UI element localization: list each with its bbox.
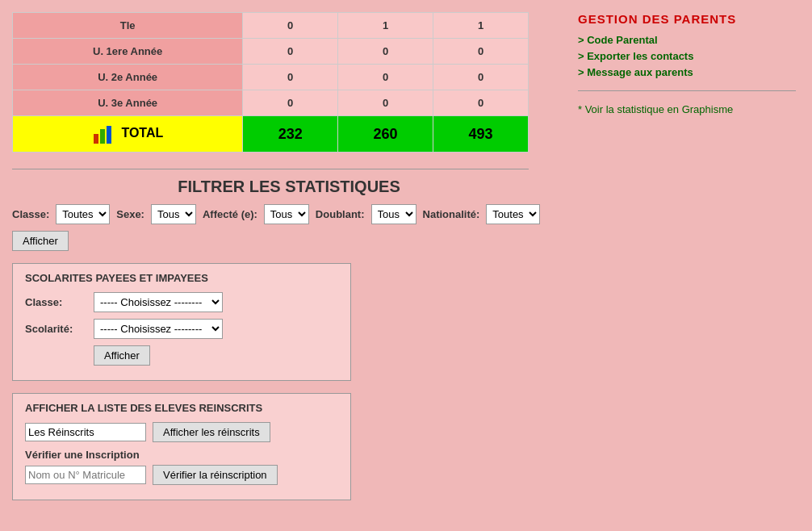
scolarites-classe-row: Classe: ----- Choisissez -------- xyxy=(25,292,338,312)
scolarites-afficher-row: Afficher xyxy=(25,345,338,366)
classe-select[interactable]: Toutes xyxy=(56,204,110,224)
reinscrits-section: AFFICHER LA LISTE DES ELEVES REINSCRITS … xyxy=(12,393,351,500)
filter-title: FILTRER LES STATISTIQUES xyxy=(12,178,566,196)
row-label: U. 2e Année xyxy=(13,65,243,90)
sidebar-link-exporter-contacts[interactable]: > Exporter les contacts xyxy=(578,50,796,62)
table-row: U. 3e Année 0 0 0 xyxy=(13,90,529,116)
scolarites-scolarite-select[interactable]: ----- Choisissez -------- xyxy=(94,319,223,339)
stats-table: Tle 0 1 1 U. 1ere Année 0 0 0 U. 2e Anné… xyxy=(12,12,529,153)
classe-label: Classe: xyxy=(12,208,49,220)
scolarites-scolarite-label: Scolarité: xyxy=(25,323,90,335)
affecte-label: Affecté (e): xyxy=(203,208,257,220)
doublant-label: Doublant: xyxy=(316,208,365,220)
reinscrits-input[interactable] xyxy=(25,423,146,441)
total-col2: 260 xyxy=(338,116,433,153)
sidebar-title: GESTION DES PARENTS xyxy=(578,12,796,26)
sidebar-link-code-parental[interactable]: > Code Parental xyxy=(578,34,796,46)
row-col2: 1 xyxy=(338,13,433,39)
afficher-reinscrits-button[interactable]: Afficher les réinscrits xyxy=(153,422,270,442)
sidebar-hr xyxy=(578,90,796,91)
doublant-select[interactable]: Tous xyxy=(371,204,416,224)
row-label: U. 3e Année xyxy=(13,90,243,116)
sidebar-link-message-parents[interactable]: > Message aux parents xyxy=(578,66,796,78)
total-col1: 232 xyxy=(243,116,338,153)
verifier-row: Vérifier la réinscription xyxy=(25,465,338,485)
row-col1: 0 xyxy=(243,90,338,116)
scolarites-afficher-button[interactable]: Afficher xyxy=(94,345,150,366)
scolarites-classe-label: Classe: xyxy=(25,296,90,308)
nationalite-label: Nationalité: xyxy=(423,208,480,220)
total-row: TOTAL 232 260 493 xyxy=(13,116,529,153)
stat-graphisme-link[interactable]: * Voir la statistique en Graphisme xyxy=(578,103,796,115)
row-col2: 0 xyxy=(338,65,433,90)
row-col2: 0 xyxy=(338,39,433,65)
row-col3: 1 xyxy=(433,13,529,39)
filter-row: Classe: Toutes Sexe: Tous Affecté (e): T… xyxy=(12,204,566,251)
verifier-button[interactable]: Vérifier la réinscription xyxy=(153,465,278,485)
affecte-select[interactable]: Tous xyxy=(264,204,309,224)
reinscrits-title: AFFICHER LA LISTE DES ELEVES REINSCRITS xyxy=(25,402,338,414)
separator xyxy=(12,169,529,169)
scolarites-title: SCOLARITES PAYEES ET IMPAYEES xyxy=(25,272,338,284)
row-col3: 0 xyxy=(433,39,529,65)
svg-rect-1 xyxy=(100,129,105,144)
bar-chart-icon xyxy=(92,123,115,145)
sidebar: GESTION DES PARENTS > Code Parental> Exp… xyxy=(570,8,804,523)
scolarites-section: SCOLARITES PAYEES ET IMPAYEES Classe: --… xyxy=(12,263,351,381)
table-row: U. 2e Année 0 0 0 xyxy=(13,65,529,90)
total-col3: 493 xyxy=(433,116,529,153)
filter-afficher-button[interactable]: Afficher xyxy=(12,231,69,251)
table-row: U. 1ere Année 0 0 0 xyxy=(13,39,529,65)
row-col1: 0 xyxy=(243,39,338,65)
scolarites-scolarite-row: Scolarité: ----- Choisissez -------- xyxy=(25,319,338,339)
row-col3: 0 xyxy=(433,65,529,90)
table-row: Tle 0 1 1 xyxy=(13,13,529,39)
row-col1: 0 xyxy=(243,13,338,39)
nationalite-select[interactable]: Toutes xyxy=(486,204,540,224)
row-col2: 0 xyxy=(338,90,433,116)
verifier-label: Vérifier une Inscription xyxy=(25,449,338,461)
row-label: Tle xyxy=(13,13,243,39)
reinscrits-row: Afficher les réinscrits xyxy=(25,422,338,442)
sexe-select[interactable]: Tous xyxy=(151,204,196,224)
total-label: TOTAL xyxy=(13,116,243,153)
row-col3: 0 xyxy=(433,90,529,116)
verifier-input[interactable] xyxy=(25,466,146,484)
sexe-label: Sexe: xyxy=(116,208,144,220)
row-col1: 0 xyxy=(243,65,338,90)
svg-rect-2 xyxy=(107,126,111,144)
row-label: U. 1ere Année xyxy=(13,39,243,65)
scolarites-classe-select[interactable]: ----- Choisissez -------- xyxy=(94,292,223,312)
svg-rect-0 xyxy=(94,134,98,144)
